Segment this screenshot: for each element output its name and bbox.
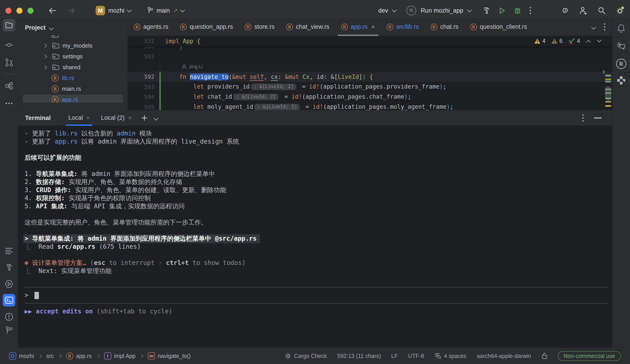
back-icon[interactable]: [48, 7, 56, 14]
terminal-line: 2. 数据存储: 实现用户、角色、菜单数据的持久化存储: [24, 178, 612, 186]
tree-item-shared[interactable]: shared: [18, 62, 128, 73]
minimize-window-button[interactable]: [16, 8, 22, 14]
author-icon: [182, 64, 187, 69]
close-icon[interactable]: ×: [128, 115, 132, 121]
close-icon[interactable]: ×: [86, 115, 90, 121]
tree-item-my_models[interactable]: my_models: [18, 40, 128, 51]
code-line-593[interactable]: 593 let providers_id: &[LiveId; 2] = id!…: [128, 82, 612, 92]
zoom-window-button[interactable]: [28, 8, 34, 14]
editor-tab-chat-view-rs[interactable]: Rchat_view.rs: [280, 18, 335, 36]
ai-assistant-icon[interactable]: [561, 6, 570, 15]
more-tools-icon[interactable]: [3, 97, 15, 110]
tab-list-chevron-icon[interactable]: [591, 25, 596, 30]
git-tool-button[interactable]: [3, 324, 15, 337]
structure-tool-button[interactable]: [3, 80, 15, 92]
chevron-down-icon[interactable]: [154, 116, 158, 121]
code-editor[interactable]: 4 6 4 531impl App { 590 }591Jing.Li592 f…: [128, 36, 612, 110]
run-configuration-selector[interactable]: Run mozhi_app: [421, 7, 463, 14]
more-actions-icon[interactable]: [529, 6, 532, 15]
services-tool-button[interactable]: [3, 278, 15, 290]
search-icon[interactable]: [597, 6, 606, 15]
close-icon[interactable]: ×: [372, 23, 375, 30]
terminal-output[interactable]: - 更新了 lib.rs 以包含新的 admin 模块- 更新了 app.rs …: [18, 126, 612, 316]
chevron-down-icon[interactable]: [127, 7, 132, 12]
editor-tab-chat-rs[interactable]: Rchat.rs: [425, 18, 464, 36]
status-widget-4-spaces[interactable]: 4 spaces: [434, 353, 466, 359]
terminal-options-icon[interactable]: [582, 114, 584, 122]
env-selector[interactable]: dev: [378, 7, 388, 14]
editor-tab-question-client-rs[interactable]: Rquestion_client.rs: [464, 18, 533, 36]
debug-bug-icon[interactable]: [514, 6, 522, 14]
chevron-down-icon[interactable]: [49, 26, 54, 30]
code-line-595[interactable]: 595 let moly_agent_id: &[LiveId; 2] = id…: [128, 102, 612, 110]
run-button[interactable]: [498, 7, 506, 14]
chevron-down-icon[interactable]: [467, 7, 472, 12]
git-branch-icon: [147, 7, 154, 14]
status-widget-unlock[interactable]: [542, 352, 548, 360]
rust-tool-icon[interactable]: R: [616, 58, 627, 70]
add-user-icon[interactable]: [579, 6, 588, 15]
editor-tab-question-app-rs[interactable]: Rquestion_app.rs: [174, 18, 239, 36]
chevron-down-icon[interactable]: [392, 7, 397, 12]
forward-icon[interactable]: [67, 7, 76, 14]
close-window-button[interactable]: [6, 8, 12, 14]
code-line-590[interactable]: 590 }: [128, 46, 612, 51]
terminal-tab-local-2[interactable]: Local (2) ×: [97, 110, 136, 126]
folder-icon: [52, 53, 60, 59]
tree-item-app.rs[interactable]: Rapp.rs: [18, 94, 128, 103]
folder-icon: [52, 42, 60, 49]
breadcrumb-mozhi[interactable]: mozhi: [9, 352, 34, 360]
prev-problem-icon[interactable]: [586, 39, 591, 43]
status-widget-utf-8[interactable]: UTF-8: [408, 353, 424, 359]
tab-options-icon[interactable]: [604, 23, 606, 31]
status-widget-aarch64-apple-darwin[interactable]: aarch64-apple-darwin: [477, 353, 531, 359]
branch-selector[interactable]: main: [156, 7, 170, 14]
tree-item-main.rs[interactable]: Rmain.rs: [18, 83, 128, 94]
author-annotation[interactable]: Jing.Li: [128, 62, 612, 72]
code-line-592[interactable]: 592 fn navigate_to(&mut self, cx: &mut C…: [128, 72, 612, 82]
project-selector[interactable]: mozhi: [108, 7, 124, 14]
pull-requests-tool-button[interactable]: [3, 56, 15, 69]
terminal-line: ✻ 设计菜单管理方案… (esc to interrupt · ctrl+t t…: [24, 259, 612, 267]
status-widget-lf[interactable]: LF: [391, 353, 398, 359]
ai-chat-icon[interactable]: [616, 40, 627, 52]
breadcrumb-app-rs[interactable]: Rapp.rs: [66, 352, 92, 360]
todo-lines-icon[interactable]: [3, 244, 15, 257]
editor-tab-agents-rs[interactable]: Ragents.rs: [128, 18, 174, 36]
line-number: 531: [128, 38, 154, 44]
editor-tab-store-rs[interactable]: Rstore.rs: [239, 18, 280, 36]
minimize-panel-icon[interactable]: [594, 117, 602, 119]
status-widget-cargo-check[interactable]: Cargo Check: [284, 353, 327, 359]
project-tool-button[interactable]: [3, 19, 15, 31]
license-badge[interactable]: Non-commercial use: [558, 351, 621, 361]
code-line-594[interactable]: 594 let chat_id: &[LiveId; 2] = id!(appl…: [128, 92, 612, 102]
problems-tool-button[interactable]: [3, 311, 15, 323]
code-line-591[interactable]: 591: [128, 51, 612, 62]
terminal-panel-title: Terminal: [25, 114, 51, 122]
terminal-prompt[interactable]: >: [24, 291, 612, 299]
terminal-tab-local[interactable]: Local ×: [64, 110, 94, 126]
build-tool-button[interactable]: [3, 261, 15, 274]
left-tool-strip: [0, 18, 18, 348]
plus-tool-icon[interactable]: [616, 75, 627, 86]
notifications-bell-icon[interactable]: [616, 22, 627, 34]
editor-tab-src-lib-rs[interactable]: Rsrc/lib.rs: [381, 18, 425, 36]
chevron-down-icon[interactable]: [180, 7, 185, 12]
next-problem-icon[interactable]: [597, 39, 602, 43]
status-widget-592-13-11-chars-[interactable]: 592:13 (11 chars): [337, 353, 381, 359]
editor-tab-app-rs[interactable]: Rapp.rs×: [335, 18, 381, 36]
breadcrumb-src[interactable]: src: [46, 353, 54, 359]
tree-item-lib.rs[interactable]: Rlib.rs: [18, 73, 128, 83]
breadcrumb-impl-App[interactable]: Iimpl App: [104, 352, 136, 360]
inspections-widget[interactable]: 4 6 4: [534, 36, 602, 46]
breadcrumb-navigate-to-[interactable]: mnavigate_to(): [148, 352, 190, 360]
new-terminal-tab-icon[interactable]: [141, 115, 148, 121]
tree-item-clipped[interactable]: [18, 35, 128, 40]
terminal-separator: [24, 283, 612, 291]
build-hammer-icon[interactable]: [482, 6, 490, 14]
tree-item-settings[interactable]: settings: [18, 51, 128, 62]
unlock-icon: [542, 352, 548, 360]
terminal-tool-button[interactable]: [3, 294, 15, 307]
commit-tool-button[interactable]: [3, 39, 15, 51]
settings-gear-icon[interactable]: [615, 6, 624, 15]
